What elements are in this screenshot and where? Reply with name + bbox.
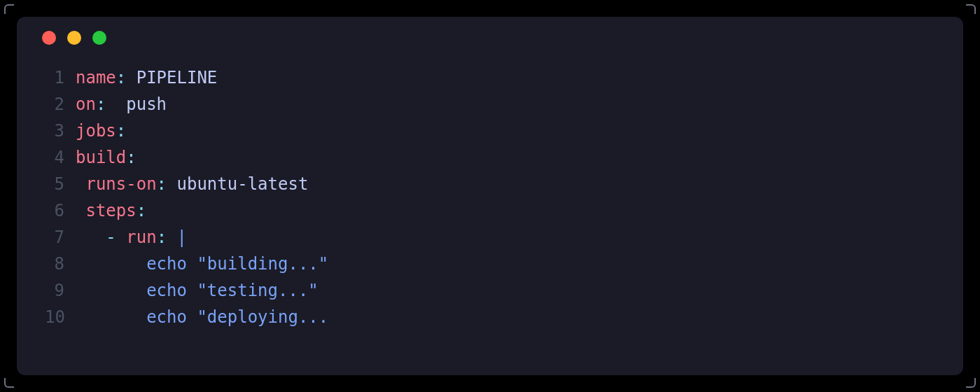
line-content: steps: — [76, 197, 146, 224]
close-window-button[interactable] — [42, 31, 56, 45]
line-number: 9 — [45, 277, 76, 304]
code-token: | — [177, 227, 187, 247]
code-token — [126, 68, 136, 88]
code-line: 5 runs-on: ubuntu-latest — [45, 171, 963, 197]
minimize-window-button[interactable] — [67, 31, 81, 45]
code-token: runs-on — [85, 174, 156, 194]
code-line: 8 echo "building..." — [45, 251, 963, 277]
line-content: echo "testing..." — [76, 277, 318, 304]
code-line: 1name: PIPELINE — [45, 64, 963, 91]
code-token: echo "deploying... — [146, 307, 328, 327]
code-token: steps — [85, 201, 136, 220]
line-content: jobs: — [76, 118, 126, 144]
code-token — [76, 174, 85, 194]
editor-window: 1name: PIPELINE2on: push3jobs:4build:5 r… — [17, 17, 963, 375]
code-token: : — [96, 94, 106, 114]
code-token — [167, 174, 176, 194]
code-editor-content[interactable]: 1name: PIPELINE2on: push3jobs:4build:5 r… — [17, 64, 963, 330]
code-token: - — [106, 227, 115, 247]
code-token — [116, 227, 126, 247]
maximize-window-button[interactable] — [92, 31, 106, 45]
code-line: 2on: push — [45, 91, 963, 118]
frame-corner — [4, 4, 14, 14]
line-content: runs-on: ubuntu-latest — [76, 171, 308, 197]
line-content: build: — [76, 144, 136, 171]
line-number: 10 — [45, 304, 76, 330]
line-content: echo "deploying... — [76, 304, 328, 330]
code-token: : — [157, 174, 167, 194]
code-token: name — [76, 68, 116, 88]
code-token: push — [126, 94, 167, 114]
code-token: echo "testing..." — [146, 281, 318, 300]
code-token: : — [157, 227, 167, 247]
line-content: echo "building..." — [76, 251, 328, 277]
line-number: 8 — [45, 251, 76, 277]
window-traffic-lights — [17, 31, 963, 64]
code-line: 10 echo "deploying... — [45, 304, 963, 330]
code-token: PIPELINE — [136, 68, 218, 88]
code-token: jobs — [76, 121, 116, 141]
code-token — [76, 281, 146, 300]
code-line: 3jobs: — [45, 118, 963, 144]
code-token — [76, 227, 106, 247]
code-token: : — [126, 148, 136, 167]
line-number: 1 — [45, 64, 76, 91]
code-line: 7 - run: | — [45, 224, 963, 251]
code-token — [167, 227, 176, 247]
line-content: on: push — [76, 91, 167, 118]
frame-corner — [4, 378, 14, 388]
frame-corner — [966, 4, 976, 14]
line-content: name: PIPELINE — [76, 64, 217, 91]
line-number: 4 — [45, 144, 76, 171]
code-token: : — [136, 201, 146, 220]
line-number: 6 — [45, 197, 76, 224]
code-token: ubuntu-latest — [177, 174, 309, 194]
code-token — [76, 201, 85, 220]
code-token — [76, 254, 146, 274]
code-token: build — [76, 148, 126, 167]
line-number: 3 — [45, 118, 76, 144]
code-token: : — [116, 121, 126, 141]
code-token: on — [76, 94, 96, 114]
code-token: run — [126, 227, 156, 247]
code-token: echo "building..." — [146, 254, 328, 274]
line-number: 2 — [45, 91, 76, 118]
code-line: 6 steps: — [45, 197, 963, 224]
frame-corner — [966, 378, 976, 388]
line-content: - run: | — [76, 224, 187, 251]
code-token — [76, 307, 146, 327]
line-number: 5 — [45, 171, 76, 197]
line-number: 7 — [45, 224, 76, 251]
code-token: : — [116, 68, 126, 88]
code-line: 9 echo "testing..." — [45, 277, 963, 304]
code-line: 4build: — [45, 144, 963, 171]
code-token — [106, 94, 126, 114]
